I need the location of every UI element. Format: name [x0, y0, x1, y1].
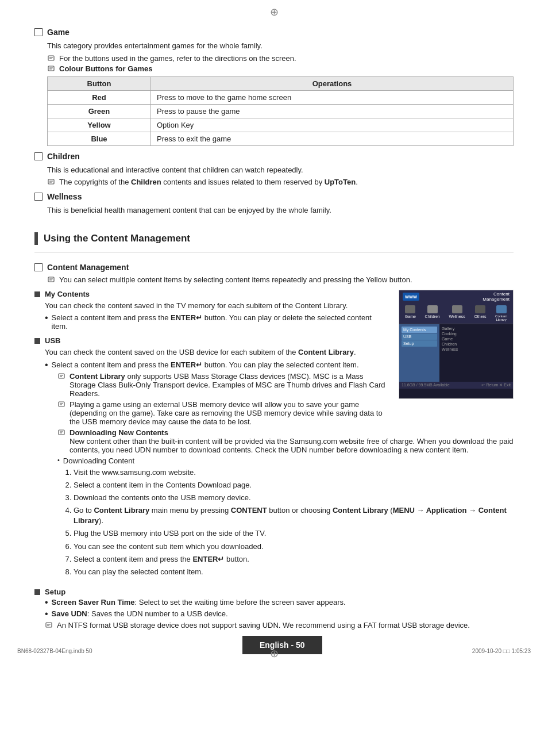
- screen-children: Children: [442, 342, 511, 346]
- footer-center: English - 50: [242, 636, 322, 654]
- table-row: Yellow Option Key: [48, 118, 514, 132]
- downloading-label: Downloading Content: [63, 456, 134, 465]
- big-section-bar: Using the Content Management: [34, 232, 514, 245]
- sq-bullet-my-contents: [34, 291, 40, 297]
- screen-ui: www ContentManagement Game Children Well…: [399, 290, 514, 399]
- svg-rect-18: [59, 430, 64, 435]
- screen-footer: 11.6GB / 99.5MB Available ↩ Return ✕ Exi…: [399, 382, 513, 389]
- setup-note1: An NTFS format USB storage device does n…: [45, 621, 514, 630]
- screen-others-icon: Others: [474, 305, 486, 321]
- bullet-icon2: •: [45, 360, 48, 370]
- pencil-icon: [47, 54, 56, 62]
- colour-buttons-table: Button Operations Red Press to move to t…: [47, 76, 514, 146]
- setup-title: Setup: [45, 588, 65, 596]
- svg-rect-15: [59, 402, 64, 406]
- usb-note3: Downloading New Contents New content oth…: [57, 428, 514, 454]
- pencil-icon8: [57, 428, 67, 436]
- step-6: You can see the content sub item which y…: [74, 542, 514, 552]
- table-row: Blue Press to exit the game: [48, 132, 514, 145]
- content-mgmt-header: Content Management: [34, 263, 514, 272]
- pencil-icon3: [47, 178, 56, 186]
- screen-cooking: Cooking: [442, 332, 511, 336]
- step-5: Plug the USB memory into USB port on the…: [74, 528, 514, 539]
- usb-note1-text: Content Library only supports USB Mass S…: [70, 372, 389, 398]
- checkbox-icon: [34, 28, 43, 36]
- usb-note2-text: Playing a game using an external USB mem…: [70, 400, 389, 426]
- step-4: Go to Content Library main menu by press…: [74, 505, 514, 526]
- game-note1-text: For the buttons used in the games, refer…: [59, 54, 296, 63]
- pencil-icon6: [57, 372, 67, 380]
- setup-bullet1-text: Screen Saver Run Time: Select to set the…: [52, 598, 346, 607]
- footer-right-text: 2009-10-20 □□ 1:05:23: [472, 648, 531, 654]
- setup-bullet2-text: Save UDN: Saves the UDN number to a USB …: [52, 609, 228, 618]
- checkbox-icon5: [34, 263, 43, 271]
- colour-buttons-note: Colour Buttons for Games: [47, 64, 514, 73]
- children-body: This is educational and interactive cont…: [47, 164, 514, 187]
- page-number-badge: English - 50: [242, 636, 322, 654]
- svg-rect-3: [48, 66, 54, 71]
- table-header-operations: Operations: [151, 76, 514, 90]
- my-contents-bullet1: • Select a content item and press the EN…: [45, 313, 389, 331]
- screenshot-area: www ContentManagement Game Children Well…: [399, 290, 514, 399]
- svg-rect-21: [46, 623, 52, 627]
- op-blue: Press to exit the game: [151, 132, 514, 145]
- usb-note2: Playing a game using an external USB mem…: [57, 400, 389, 426]
- my-contents-title: My Contents: [45, 290, 90, 298]
- content-mgmt-note1: You can select multiple content items by…: [47, 275, 514, 284]
- step-2: Select a content item in the Contents Do…: [74, 480, 514, 490]
- button-yellow: Yellow: [48, 118, 151, 132]
- step-7: Select a content item and press the ENTE…: [74, 554, 514, 565]
- setup-subsection: Setup • Screen Saver Run Time: Select to…: [34, 588, 514, 630]
- pencil-icon5: [47, 275, 56, 283]
- table-row: Red Press to move to the game home scree…: [48, 90, 514, 104]
- screen-content-label: ContentManagement: [423, 291, 510, 302]
- usb-title: USB: [45, 336, 60, 345]
- step-1: Visit the www.samsung.com website.: [74, 467, 514, 478]
- screen-bottom-panel: My Contents USB Setup Gallery Cooking Ga…: [399, 324, 513, 382]
- sq-bullet-setup: [34, 589, 40, 595]
- svg-rect-0: [48, 56, 54, 60]
- setup-bullet1: • Screen Saver Run Time: Select to set t…: [45, 598, 514, 607]
- screen-game: Game: [442, 337, 511, 341]
- screen-www-logo: www: [403, 293, 419, 301]
- children-note-text: The copyrights of the Children contents …: [59, 178, 358, 186]
- my-contents-bullet-text: Select a content item and press the ENTE…: [52, 313, 389, 331]
- game-body: This category provides entertainment gam…: [47, 40, 514, 146]
- table-header-button: Button: [48, 76, 151, 90]
- children-note1: The copyrights of the Children contents …: [47, 178, 514, 186]
- game-title: Game: [47, 28, 70, 37]
- pencil-icon7: [57, 400, 67, 408]
- screen-left-menu: My Contents USB Setup: [399, 324, 439, 382]
- screen-children-icon: Children: [425, 305, 440, 321]
- checkbox-icon3: [34, 152, 43, 160]
- button-red: Red: [48, 90, 151, 104]
- my-contents-usb-section: www ContentManagement Game Children Well…: [34, 290, 514, 580]
- button-blue: Blue: [48, 132, 151, 145]
- children-title: Children: [47, 152, 80, 161]
- footer-left-text: BN68-02327B-04Eng.indb 50: [17, 648, 92, 654]
- downloading-steps-list: Visit the www.samsung.com website. Selec…: [74, 467, 514, 578]
- screen-top-bar: www ContentManagement: [399, 290, 513, 303]
- using-content-mgmt-title: Using the Content Management: [44, 233, 190, 244]
- pencil-icon2: [47, 64, 56, 72]
- setup-note1-text: An NTFS format USB storage device does n…: [57, 621, 470, 630]
- button-green: Green: [48, 104, 151, 118]
- wellness-section-header: Wellness: [34, 192, 514, 201]
- usb-note3-text: Downloading New Contents New content oth…: [70, 428, 514, 454]
- usb-note1: Content Library only supports USB Mass S…: [57, 372, 389, 398]
- screen-game-icon: Game: [405, 305, 416, 321]
- screen-my-contents: My Contents: [402, 327, 437, 333]
- step-3: Download the contents onto the USB memor…: [74, 493, 514, 503]
- svg-rect-12: [59, 374, 64, 378]
- svg-rect-9: [48, 277, 54, 282]
- svg-rect-6: [48, 179, 54, 184]
- pencil-icon9: [45, 621, 54, 629]
- bullet-icon9: •: [45, 598, 48, 607]
- content-mgmt-note-text: You can select multiple content items by…: [59, 275, 412, 284]
- screen-right-menu: Gallery Cooking Game Children Wellness: [439, 324, 513, 382]
- usb-bullet1: • Select a content item and press the EN…: [45, 360, 389, 370]
- step-8: You can play the selected content item.: [74, 567, 514, 577]
- game-note1: For the buttons used in the games, refer…: [47, 54, 514, 63]
- bottom-crosshair-icon: ⊕: [270, 647, 279, 660]
- game-section-header: Game: [34, 28, 514, 37]
